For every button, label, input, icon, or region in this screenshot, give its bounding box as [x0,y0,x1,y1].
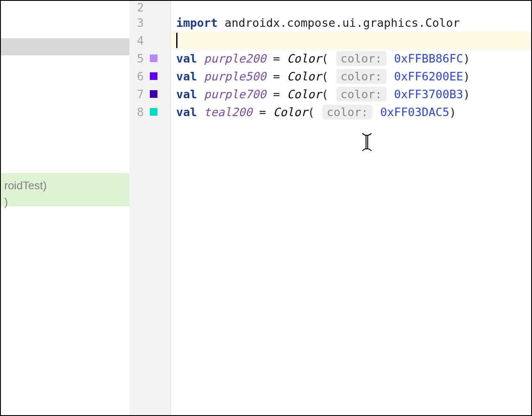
keyword-import: import [176,16,218,29]
line-number: 4 [137,34,144,47]
param-hint: color: [322,105,372,120]
import-path: androidx.compose.ui.graphics.Color [218,16,460,29]
line-gutter[interactable]: 2 3 4 5 6 7 8 [129,1,171,415]
code-area[interactable]: import androidx.compose.ui.graphics.Colo… [171,1,531,415]
fn-color: Color [273,105,308,119]
var-name: purple700 [204,88,266,101]
code-editor[interactable]: 2 3 4 5 6 7 8 import androidx.compose.ui… [129,1,531,415]
color-hex: 0xFF03DAC5 [380,105,449,119]
color-swatch-icon[interactable] [150,72,157,80]
param-hint: color: [336,51,386,66]
code-line-6[interactable]: val purple500 = Color( color: 0xFF6200EE… [176,67,531,85]
gutter-line-7[interactable]: 7 [129,85,170,103]
line-number: 3 [137,16,144,29]
line-number: 5 [137,52,144,65]
var-name: teal200 [204,105,252,119]
line-number: 7 [137,88,144,101]
fn-color: Color [287,70,321,83]
code-line-5[interactable]: val purple200 = Color( color: 0xFFBB86FC… [176,49,531,67]
editor-window: roidTest) ) 2 3 4 5 6 7 8 import android… [1,1,531,415]
gutter-line-5[interactable]: 5 [129,49,170,67]
code-line-7[interactable]: val purple700 = Color( color: 0xFF3700B3… [176,85,531,103]
color-swatch-icon[interactable] [150,90,157,98]
gutter-line-3[interactable]: 3 [129,14,170,31]
color-swatch-icon[interactable] [150,54,157,62]
param-hint: color: [336,87,386,102]
code-line-8[interactable]: val teal200 = Color( color: 0xFF03DAC5) [176,103,531,121]
color-swatch-icon[interactable] [150,108,157,116]
code-line-2[interactable] [176,1,531,14]
line-number: 6 [137,70,144,83]
keyword-val: val [176,105,197,119]
text-caret [176,33,177,48]
keyword-val: val [176,70,197,83]
line-number: 8 [137,105,144,119]
gutter-line-4[interactable]: 4 [129,31,170,49]
code-line-3[interactable]: import androidx.compose.ui.graphics.Colo… [176,14,531,31]
gutter-line-6[interactable]: 6 [129,67,170,85]
sidebar-test-label-1: roidTest) [4,179,47,192]
var-name: purple200 [204,52,266,65]
var-name: purple500 [204,70,266,83]
line-number: 2 [137,1,144,14]
keyword-val: val [176,52,197,65]
color-hex: 0xFF6200EE [394,70,463,83]
color-hex: 0xFF3700B3 [394,88,463,101]
color-hex: 0xFFBB86FC [394,52,463,65]
fn-color: Color [287,52,321,65]
gutter-line-2[interactable]: 2 [129,1,170,14]
project-sidebar[interactable]: roidTest) ) [1,1,129,415]
param-hint: color: [336,69,386,84]
sidebar-test-label-2: ) [4,196,8,208]
gutter-line-8[interactable]: 8 [129,103,170,121]
mouse-text-cursor-icon [362,133,372,155]
fn-color: Color [287,88,321,101]
sidebar-test-sources[interactable]: roidTest) ) [1,173,129,206]
code-line-4-active[interactable] [171,31,531,49]
keyword-val: val [176,88,197,101]
sidebar-selected-row[interactable] [1,38,129,55]
